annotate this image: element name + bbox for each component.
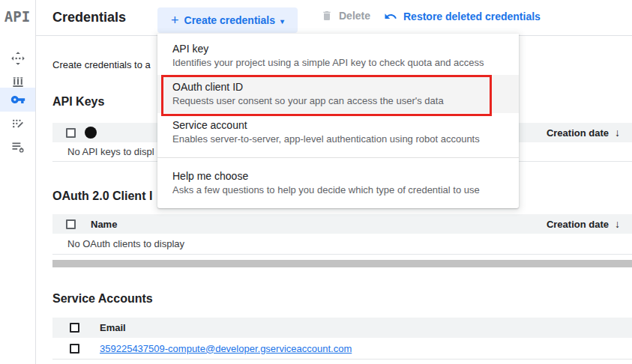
menu-item-title: OAuth client ID bbox=[172, 80, 504, 94]
oauth-clients-empty-row: No OAuth clients to display bbox=[52, 234, 632, 255]
dashboard-icon bbox=[10, 51, 25, 66]
select-all-checkbox[interactable] bbox=[66, 128, 76, 138]
menu-divider bbox=[157, 157, 519, 158]
credentials-page: API bbox=[0, 0, 632, 364]
creation-date-sort-header[interactable]: Creation date ↓ bbox=[547, 218, 620, 230]
menu-item-description: Asks a few questions to help you decide … bbox=[172, 183, 504, 197]
menu-item-title: Service account bbox=[172, 118, 504, 132]
row-checkbox[interactable] bbox=[70, 344, 79, 354]
sidebar: API bbox=[0, 0, 36, 364]
menu-item-title: API key bbox=[172, 42, 504, 55]
sidebar-item-enabled-apis[interactable] bbox=[0, 47, 35, 70]
menu-item-description: Identifies your project using a simple A… bbox=[172, 56, 504, 70]
sidebar-item-usage-agreements[interactable] bbox=[0, 136, 35, 158]
restore-label: Restore deleted credentials bbox=[403, 10, 541, 22]
restore-icon bbox=[384, 10, 397, 23]
api-logo: API bbox=[0, 8, 34, 25]
creation-date-label: Creation date bbox=[547, 127, 609, 139]
menu-item-description: Requests user consent so your app can ac… bbox=[172, 94, 504, 108]
select-all-checkbox[interactable] bbox=[66, 219, 76, 229]
sidebar-item-credentials[interactable] bbox=[0, 88, 35, 112]
chevron-down-icon: ▾ bbox=[280, 17, 284, 25]
name-column-header: Name bbox=[91, 219, 117, 230]
sidebar-item-oauth-consent[interactable] bbox=[0, 112, 35, 135]
menu-item-api-key[interactable]: API key Identifies your project using a … bbox=[157, 37, 519, 75]
creation-date-label: Creation date bbox=[547, 219, 609, 230]
oauth-clients-empty-text: No OAuth clients to display bbox=[67, 238, 184, 249]
service-accounts-table-header: Email bbox=[52, 318, 632, 338]
creation-date-sort-header[interactable]: Creation date ↓ bbox=[547, 127, 620, 139]
oauth-clients-table-header: Name Creation date ↓ bbox=[52, 214, 632, 234]
menu-item-title: Help me choose bbox=[172, 169, 504, 183]
black-dot-indicator bbox=[85, 127, 97, 139]
service-accounts-heading: Service Accounts bbox=[52, 292, 153, 306]
plus-icon: + bbox=[171, 15, 179, 25]
credentials-key-icon bbox=[10, 92, 25, 107]
api-keys-heading: API Keys bbox=[52, 95, 104, 109]
api-keys-empty-text: No API keys to displ bbox=[67, 146, 154, 157]
usage-agreements-icon bbox=[10, 139, 25, 154]
delete-label: Delete bbox=[339, 10, 370, 22]
page-title: Credentials bbox=[52, 10, 126, 25]
sort-descending-icon: ↓ bbox=[615, 127, 620, 139]
trash-icon bbox=[321, 10, 333, 22]
intro-text: Create credentials to a bbox=[52, 59, 151, 70]
horizontal-scrollbar[interactable] bbox=[52, 260, 632, 267]
select-all-checkbox[interactable] bbox=[70, 323, 79, 333]
create-credentials-label: Create credentials bbox=[184, 14, 275, 26]
create-credentials-button[interactable]: + Create credentials ▾ bbox=[157, 7, 298, 33]
menu-item-description: Enables server-to-server, app-level auth… bbox=[172, 133, 504, 146]
delete-button[interactable]: Delete bbox=[321, 10, 370, 22]
sort-descending-icon: ↓ bbox=[615, 218, 620, 230]
menu-item-service-account[interactable]: Service account Enables server-to-server… bbox=[157, 113, 519, 151]
menu-item-oauth-client-id[interactable]: OAuth client ID Requests user consent so… bbox=[157, 75, 519, 113]
oauth-consent-icon bbox=[10, 116, 25, 131]
create-credentials-menu: API key Identifies your project using a … bbox=[157, 34, 519, 208]
service-account-email-link[interactable]: 359225437509-compute@developer.gservicea… bbox=[100, 343, 352, 354]
toolbar: Credentials + Create credentials ▾ Delet… bbox=[0, 0, 632, 36]
email-column-header: Email bbox=[100, 322, 126, 333]
oauth-clients-heading: OAuth 2.0 Client I bbox=[52, 189, 152, 203]
service-account-row: 359225437509-compute@developer.gservicea… bbox=[52, 338, 632, 360]
restore-deleted-credentials-button[interactable]: Restore deleted credentials bbox=[384, 10, 541, 23]
menu-item-help-me-choose[interactable]: Help me choose Asks a few questions to h… bbox=[157, 164, 519, 202]
